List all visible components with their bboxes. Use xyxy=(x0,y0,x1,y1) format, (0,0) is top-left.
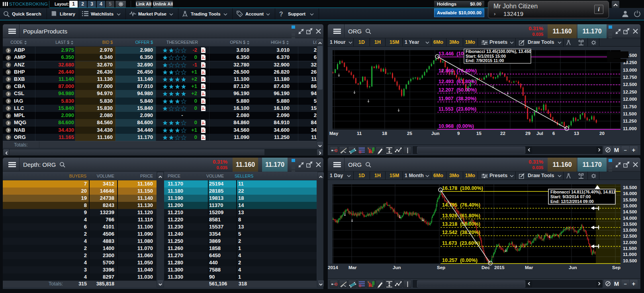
svg-text:15: 15 xyxy=(476,131,482,136)
svg-text:13.926 (61.80%): 13.926 (61.80%) xyxy=(442,213,480,219)
svg-text:12.750: 12.750 xyxy=(623,75,637,80)
svg-text:11.907 (38.20%): 11.907 (38.20%) xyxy=(438,96,476,102)
svg-text:13.000: 13.000 xyxy=(623,68,637,72)
svg-text:14.000: 14.000 xyxy=(623,216,637,221)
svg-text:14.795 (76.40%): 14.795 (76.40%) xyxy=(442,202,480,208)
svg-text:11.673 (23.60%): 11.673 (23.60%) xyxy=(442,240,480,246)
svg-text:Start: 9/3/2014 07:00: Start: 9/3/2014 07:00 xyxy=(550,194,591,199)
svg-text:End: 12/12/2014 09:00: End: 12/12/2014 09:00 xyxy=(550,199,594,204)
svg-text:Jul: Jul xyxy=(536,131,543,136)
svg-text:12.500: 12.500 xyxy=(623,234,637,238)
svg-text:?: ? xyxy=(279,11,283,17)
svg-text:Jun: Jun xyxy=(431,131,439,136)
svg-text:Mar: Mar xyxy=(348,265,357,270)
svg-text:11.000: 11.000 xyxy=(623,126,637,131)
svg-text:10.257 (0.00%): 10.257 (0.00%) xyxy=(442,258,478,263)
svg-text:Sep: Sep xyxy=(612,265,621,270)
svg-text:14.500: 14.500 xyxy=(623,209,637,214)
svg-text:12.493 (61.80%): 12.493 (61.80%) xyxy=(438,79,477,84)
svg-text:11.250: 11.250 xyxy=(623,119,637,123)
svg-text:11.750: 11.750 xyxy=(623,104,637,109)
svg-text:11.553 (23.60%): 11.553 (23.60%) xyxy=(438,106,476,112)
svg-text:11: 11 xyxy=(357,131,362,136)
svg-text:Mar: Mar xyxy=(525,265,533,270)
svg-text:16.500: 16.500 xyxy=(623,185,637,190)
svg-text:9: 9 xyxy=(457,131,460,136)
svg-text:12.860 (76.40%): 12.860 (76.40%) xyxy=(438,68,477,74)
svg-text:2015: 2015 xyxy=(494,265,505,270)
svg-text:Sep: Sep xyxy=(437,265,445,270)
svg-text:15.000: 15.000 xyxy=(623,203,637,208)
svg-text:11.500: 11.500 xyxy=(623,246,637,251)
svg-text:6: 6 xyxy=(552,131,555,136)
svg-text:13: 13 xyxy=(574,131,579,136)
svg-text:12.207 (50.00%): 12.207 (50.00%) xyxy=(438,87,477,93)
svg-text:12.500: 12.500 xyxy=(623,82,637,87)
svg-text:15.500: 15.500 xyxy=(623,197,637,202)
svg-text:2014: 2014 xyxy=(328,265,338,270)
svg-text:End: 7/9/2015 11:00: End: 7/9/2015 11:00 xyxy=(466,58,504,63)
svg-text:12.542 (38.20%): 12.542 (38.20%) xyxy=(442,230,480,235)
svg-text:16.178 (100.00%): 16.178 (100.00%) xyxy=(442,186,483,191)
svg-text:Fibonacci 13.45(100.00%), 13.4: Fibonacci 13.45(100.00%), 13.450 xyxy=(466,49,531,54)
svg-text:25: 25 xyxy=(407,131,412,136)
svg-text:Jun: Jun xyxy=(393,265,401,270)
svg-text:Jun: Jun xyxy=(569,265,577,270)
svg-text:18: 18 xyxy=(382,131,387,136)
svg-text:11.500: 11.500 xyxy=(623,111,637,116)
svg-text:16.000: 16.000 xyxy=(623,191,637,196)
svg-text:13.500: 13.500 xyxy=(623,222,637,227)
svg-text:20: 20 xyxy=(599,131,605,136)
svg-text:12.000: 12.000 xyxy=(623,97,637,102)
svg-text:13.218 (50.00%): 13.218 (50.00%) xyxy=(442,221,480,227)
svg-text:12.000: 12.000 xyxy=(623,240,637,245)
svg-text:Fibonacci 14.811(76.40%), 14.8: Fibonacci 14.811(76.40%), 14.811 xyxy=(550,189,616,194)
svg-text:Dec: Dec xyxy=(482,265,490,270)
svg-text:10.968 (0.00%): 10.968 (0.00%) xyxy=(438,123,474,129)
svg-text:12.250: 12.250 xyxy=(623,90,637,94)
svg-text:May: May xyxy=(329,131,339,136)
svg-text:10.500: 10.500 xyxy=(623,258,637,263)
svg-text:11.000: 11.000 xyxy=(623,252,637,257)
svg-text:22: 22 xyxy=(500,131,505,136)
svg-text:13.000: 13.000 xyxy=(623,228,637,232)
svg-text:29: 29 xyxy=(525,131,530,136)
